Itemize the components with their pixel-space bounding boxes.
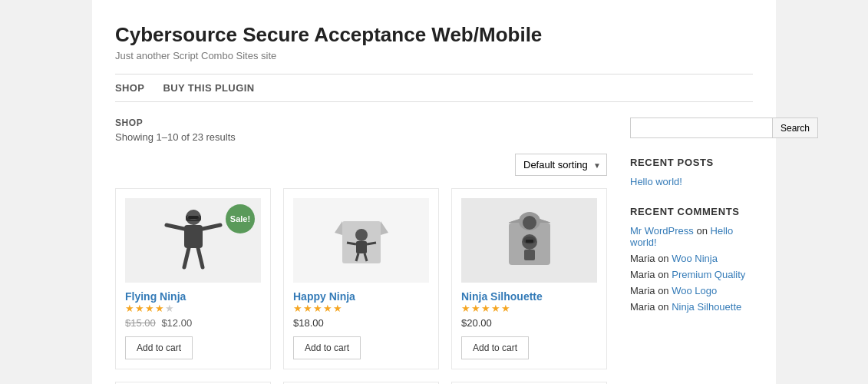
svg-line-14 — [347, 243, 356, 244]
comment-5-author: Maria — [630, 301, 655, 313]
comment-3: Maria on Premium Quality — [630, 269, 753, 280]
comment-5: Maria on Ninja Silhouette — [630, 301, 753, 313]
comment-4-author: Maria — [630, 285, 655, 296]
svg-marker-11 — [381, 221, 388, 235]
results-info: Showing 1–10 of 23 results — [115, 131, 607, 143]
product-image-flying-ninja: Sale! — [125, 198, 261, 283]
svg-line-4 — [184, 248, 189, 267]
comment-4-on: on — [658, 285, 672, 296]
price-sale-flying-ninja: $12.00 — [161, 317, 192, 329]
sort-wrapper: Default sorting ▼ — [515, 154, 607, 176]
recent-posts-title: RECENT POSTS — [630, 157, 753, 168]
product-name-ninja-silhouette[interactable]: Ninja Silhouette — [461, 290, 543, 303]
shop-toolbar: Default sorting ▼ — [115, 154, 607, 176]
comment-2: Maria on Woo Ninja — [630, 253, 753, 264]
product-stars-flying-ninja: ★★★★★ — [125, 303, 261, 314]
add-to-cart-button-ninja-silhouette[interactable]: Add to cart — [461, 336, 529, 359]
comment-2-author: Maria — [630, 253, 655, 264]
search-button[interactable]: Search — [773, 118, 818, 138]
svg-rect-24 — [526, 240, 533, 243]
svg-point-12 — [355, 229, 368, 241]
comment-3-link[interactable]: Premium Quality — [672, 269, 745, 280]
flying-ninja-svg — [163, 206, 224, 275]
sort-select[interactable]: Default sorting — [515, 154, 607, 176]
svg-line-3 — [203, 225, 220, 229]
search-box: Search — [630, 118, 753, 138]
comment-5-on: on — [658, 301, 672, 313]
product-card-happy-ninja: Happy Ninja ★★★★★ $18.00 Add to cart — [283, 188, 439, 369]
comment-2-on: on — [658, 253, 672, 264]
recent-comments-title: RECENT COMMENTS — [630, 206, 753, 217]
main-content: SHOP Showing 1–10 of 23 results Default … — [115, 118, 607, 384]
nav-item-buy-plugin[interactable]: BUY THIS PLUGIN — [163, 82, 254, 94]
comment-1: Mr WordPress on Hello world! — [630, 225, 753, 248]
product-card-ninja-silhouette: Ninja Silhouette ★★★★★ $20.00 Add to car… — [451, 188, 607, 369]
svg-marker-10 — [335, 221, 342, 235]
svg-rect-13 — [356, 241, 367, 253]
shop-section-label: SHOP — [115, 118, 607, 128]
ninja-silhouette-svg — [503, 206, 556, 275]
sidebar: Search RECENT POSTS Hello world! RECENT … — [630, 118, 753, 384]
product-price-flying-ninja: $15.00 $12.00 — [125, 317, 261, 329]
happy-ninja-svg — [335, 206, 388, 275]
site-tagline: Just another Script Combo Sites site — [115, 50, 753, 61]
comment-5-link[interactable]: Ninja Silhouette — [672, 301, 741, 313]
sidebar-recent-comments: RECENT COMMENTS Mr WordPress on Hello wo… — [630, 206, 753, 313]
products-grid: Sale! Flying Ninja ★★★★★ $15.00 $12.00 A… — [115, 188, 607, 384]
svg-rect-22 — [524, 250, 535, 260]
comment-3-on: on — [658, 269, 672, 280]
comment-3-author: Maria — [630, 269, 655, 280]
main-layout: SHOP Showing 1–10 of 23 results Default … — [115, 118, 753, 384]
sidebar-recent-posts: RECENT POSTS Hello world! — [630, 157, 753, 187]
add-to-cart-button-happy-ninja[interactable]: Add to cart — [293, 336, 361, 359]
search-input[interactable] — [630, 118, 773, 138]
svg-rect-8 — [188, 216, 199, 219]
svg-point-20 — [523, 216, 536, 230]
comment-2-link[interactable]: Woo Ninja — [672, 253, 718, 264]
comment-4: Maria on Woo Logo — [630, 285, 753, 296]
comment-1-author[interactable]: Mr WordPress — [630, 225, 694, 237]
svg-line-5 — [198, 248, 203, 267]
product-stars-happy-ninja: ★★★★★ — [293, 303, 429, 314]
price-original-flying-ninja: $15.00 — [125, 317, 156, 329]
svg-rect-1 — [184, 225, 203, 248]
product-price-happy-ninja: $18.00 — [293, 317, 429, 329]
svg-line-2 — [167, 225, 184, 229]
product-image-happy-ninja — [293, 198, 429, 283]
comment-4-link[interactable]: Woo Logo — [672, 285, 717, 296]
nav-bar: SHOP BUY THIS PLUGIN — [115, 74, 753, 102]
nav-item-shop[interactable]: SHOP — [115, 82, 144, 94]
product-image-ninja-silhouette — [461, 198, 597, 283]
site-title: Cybersource Secure Acceptance Web/Mobile — [115, 23, 753, 47]
product-stars-ninja-silhouette: ★★★★★ — [461, 303, 597, 314]
product-price-ninja-silhouette: $20.00 — [461, 317, 597, 329]
recent-post-hello-world[interactable]: Hello world! — [630, 176, 753, 187]
product-name-happy-ninja[interactable]: Happy Ninja — [293, 290, 355, 303]
product-card-flying-ninja: Sale! Flying Ninja ★★★★★ $15.00 $12.00 A… — [115, 188, 271, 369]
svg-line-15 — [367, 243, 376, 244]
add-to-cart-button-flying-ninja[interactable]: Add to cart — [125, 336, 193, 359]
product-name-flying-ninja[interactable]: Flying Ninja — [125, 290, 186, 303]
sale-badge-flying-ninja: Sale! — [226, 204, 255, 233]
comment-1-on: on — [696, 225, 710, 237]
